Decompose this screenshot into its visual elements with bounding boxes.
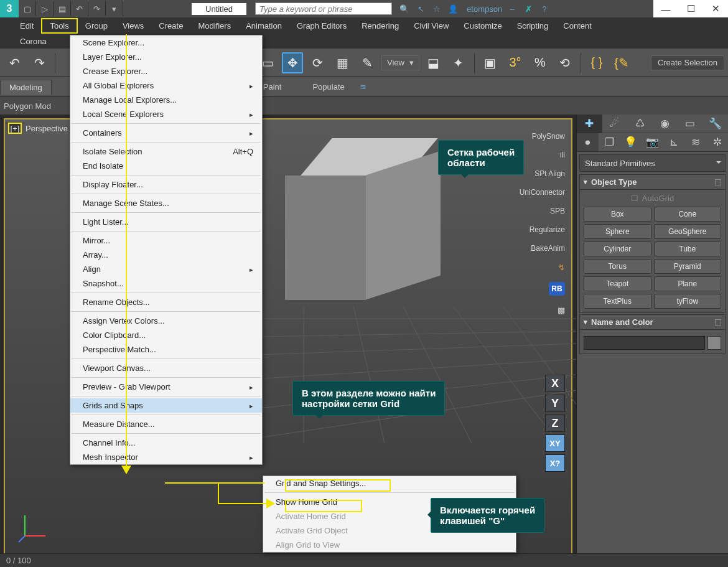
qat-menu-icon[interactable]: ▾ bbox=[106, 1, 123, 16]
spacewarps-cat-icon[interactable]: ≋ bbox=[685, 133, 707, 151]
dash-icon[interactable]: – bbox=[506, 2, 518, 15]
axis-y[interactable]: Y bbox=[545, 395, 565, 412]
float-tool-spt align[interactable]: SPt Align bbox=[534, 169, 565, 178]
modify-tab-icon[interactable]: ☄ bbox=[602, 115, 628, 133]
manip-tool-icon[interactable]: ✦ bbox=[448, 52, 469, 73]
object-name-input[interactable] bbox=[584, 336, 705, 350]
viewport-menu-button[interactable]: [+] bbox=[8, 123, 22, 134]
mi-assign-vertex-colors-[interactable]: Assign Vertex Colors... bbox=[70, 314, 262, 328]
hierarchy-tab-icon[interactable]: ♺ bbox=[627, 115, 653, 133]
mi-grids-and-snaps[interactable]: Grids and Snaps bbox=[70, 398, 262, 413]
motion-tab-icon[interactable]: ◉ bbox=[653, 115, 678, 133]
close-button[interactable]: ✕ bbox=[703, 0, 728, 17]
place-tool-icon[interactable]: ✎ bbox=[357, 52, 378, 73]
axis-z[interactable]: Z bbox=[545, 415, 565, 432]
rb-badge[interactable]: RB bbox=[549, 282, 565, 296]
geometry-cat-icon[interactable]: ● bbox=[577, 133, 599, 151]
color-swatch[interactable] bbox=[707, 336, 721, 350]
search-box[interactable] bbox=[255, 2, 392, 15]
search-input[interactable] bbox=[256, 3, 391, 14]
mi-crease-explorer-[interactable]: Crease Explorer... bbox=[70, 64, 262, 78]
mi-local-scene-explorers[interactable]: Local Scene Explorers bbox=[70, 107, 262, 121]
save-file-icon[interactable]: ▤ bbox=[54, 1, 71, 16]
mi-containers[interactable]: Containers bbox=[70, 126, 262, 140]
minimize-button[interactable]: — bbox=[653, 0, 678, 17]
undo-tool-icon[interactable]: ↶ bbox=[4, 52, 25, 73]
mi-viewport-canvas-[interactable]: Viewport Canvas... bbox=[70, 361, 262, 375]
autogrid-checkbox[interactable]: ☐ AutoGrid bbox=[584, 194, 721, 203]
shapes-cat-icon[interactable]: ❐ bbox=[599, 133, 620, 151]
rollout-header-object-type[interactable]: Object Type bbox=[579, 174, 726, 190]
float-tool-bakeanim[interactable]: BakeAnim bbox=[531, 244, 565, 253]
axis-xy[interactable]: XY bbox=[545, 434, 565, 452]
create-tube[interactable]: Tube bbox=[654, 241, 722, 256]
help-icon[interactable]: ? bbox=[538, 2, 551, 15]
move-tool-icon[interactable]: ✥ bbox=[282, 52, 303, 73]
mi-preview-grab-viewport[interactable]: Preview - Grab Viewport bbox=[70, 380, 262, 394]
mi-align[interactable]: Align bbox=[70, 262, 262, 276]
viewport-name[interactable]: Perspective bbox=[26, 124, 68, 133]
create-torus[interactable]: Torus bbox=[584, 259, 651, 274]
float-tool-uniconnector[interactable]: UniConnector bbox=[520, 188, 565, 197]
mi-rename-objects-[interactable]: Rename Objects... bbox=[70, 295, 262, 309]
lights-cat-icon[interactable]: 💡 bbox=[620, 133, 642, 151]
mi-manage-local-explorers-[interactable]: Manage Local Explorers... bbox=[70, 93, 262, 107]
redo-tool-icon[interactable]: ↷ bbox=[29, 52, 50, 73]
menu-customize[interactable]: Customize bbox=[456, 19, 509, 32]
populate-icon[interactable]: ≋ bbox=[357, 81, 370, 93]
mi-mirror-[interactable]: Mirror... bbox=[70, 233, 262, 248]
mi-array-[interactable]: Array... bbox=[70, 248, 262, 262]
mi-mesh-inspector[interactable]: Mesh Inspector bbox=[70, 450, 262, 464]
mi-measure-distance-[interactable]: Measure Distance... bbox=[70, 417, 262, 431]
reference-coord-dropdown[interactable]: View▾ bbox=[381, 55, 419, 70]
create-tyflow[interactable]: tyFlow bbox=[654, 294, 722, 309]
menu-corona[interactable]: Corona bbox=[12, 35, 54, 48]
create-teapot[interactable]: Teapot bbox=[584, 276, 651, 291]
rollout-header-name[interactable]: Name and Color bbox=[579, 314, 726, 330]
create-tab-icon[interactable]: ✚ bbox=[577, 115, 602, 133]
named-set-icon[interactable]: { } bbox=[586, 52, 607, 73]
menu-views[interactable]: Views bbox=[115, 19, 151, 32]
float-tool-spb[interactable]: SPB bbox=[550, 207, 565, 215]
display-tab-icon[interactable]: ▭ bbox=[678, 115, 703, 133]
create-geosphere[interactable]: GeoSphere bbox=[654, 224, 722, 239]
create-box[interactable]: Box bbox=[584, 207, 651, 222]
menu-content[interactable]: Content bbox=[556, 19, 599, 32]
star-icon[interactable]: ☆ bbox=[431, 2, 443, 15]
axis-x[interactable]: X bbox=[545, 375, 565, 392]
open-file-icon[interactable]: ▷ bbox=[36, 1, 54, 16]
grid-icon[interactable]: ▩ bbox=[558, 306, 565, 315]
x-brand-icon[interactable]: ✗ bbox=[522, 2, 534, 15]
float-tool-regularize[interactable]: Regularize bbox=[530, 225, 565, 234]
undo-icon[interactable]: ↶ bbox=[71, 1, 88, 16]
menu-create[interactable]: Create bbox=[151, 19, 190, 32]
redo-icon[interactable]: ↷ bbox=[88, 1, 106, 16]
angle-snap-icon[interactable]: 3° bbox=[505, 52, 526, 73]
menu-modifiers[interactable]: Modifiers bbox=[190, 19, 238, 32]
menu-rendering[interactable]: Rendering bbox=[354, 19, 406, 32]
mi-end-isolate[interactable]: End Isolate bbox=[70, 159, 262, 173]
create-sphere[interactable]: Sphere bbox=[584, 224, 651, 239]
helpers-cat-icon[interactable]: ⊾ bbox=[663, 133, 685, 151]
cube-mesh[interactable] bbox=[285, 138, 447, 312]
menu-tools[interactable]: Tools bbox=[41, 18, 77, 34]
pivot-tool-icon[interactable]: ⬓ bbox=[423, 52, 444, 73]
float-tool-polysnow[interactable]: PolySnow bbox=[532, 132, 565, 141]
systems-cat-icon[interactable]: ✲ bbox=[706, 133, 728, 151]
pointer-icon[interactable]: ↖ bbox=[414, 2, 427, 15]
create-textplus[interactable]: TextPlus bbox=[584, 294, 651, 309]
mi-manage-scene-states-[interactable]: Manage Scene States... bbox=[70, 196, 262, 210]
spline-icon[interactable]: ↯ bbox=[558, 263, 565, 272]
mi-channel-info-[interactable]: Channel Info... bbox=[70, 436, 262, 450]
cameras-cat-icon[interactable]: 📷 bbox=[642, 133, 663, 151]
selection-set-dropdown[interactable]: Create Selection bbox=[651, 55, 724, 70]
create-cylinder[interactable]: Cylinder bbox=[584, 241, 651, 256]
menu-civil-view[interactable]: Civil View bbox=[406, 19, 456, 32]
percent-snap-icon[interactable]: % bbox=[530, 52, 551, 73]
axis-x?[interactable]: X? bbox=[545, 454, 565, 472]
mi-color-clipboard-[interactable]: Color Clipboard... bbox=[70, 328, 262, 342]
mi-light-lister-[interactable]: Light Lister... bbox=[70, 215, 262, 229]
menu-graph-editors[interactable]: Graph Editors bbox=[289, 19, 354, 32]
rotate-tool-icon[interactable]: ⟳ bbox=[307, 52, 328, 73]
tab-modeling[interactable]: Modeling bbox=[0, 80, 52, 95]
